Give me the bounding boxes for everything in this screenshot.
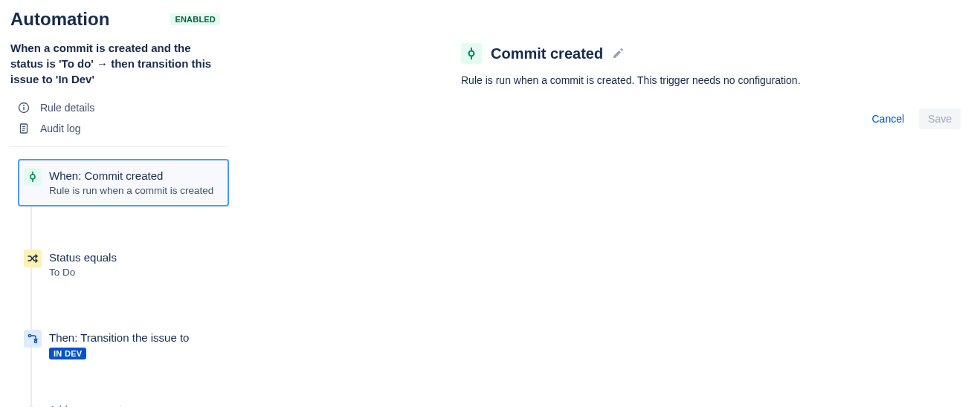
condition-title: Status equals: [49, 251, 219, 264]
add-component[interactable]: Add component: [19, 404, 228, 407]
document-icon: [18, 123, 30, 134]
shuffle-icon: [24, 250, 42, 267]
transition-icon: [24, 330, 42, 348]
add-component-label: Add component: [49, 404, 122, 407]
info-icon: [18, 102, 30, 114]
detail-panel: Commit created Rule is run when a commit…: [238, 0, 980, 407]
divider: [10, 146, 228, 147]
action-title: Then: Transition the issue to: [49, 331, 219, 344]
action-lozenge: IN DEV: [49, 348, 86, 359]
svg-rect-2: [23, 107, 24, 110]
commit-icon: [461, 43, 482, 64]
commit-icon: [24, 168, 42, 186]
rule-flow: When: Commit created Rule is run when a …: [10, 159, 228, 407]
trigger-title: When: Commit created: [49, 169, 219, 182]
condition-sub: To Do: [49, 267, 219, 278]
nav-audit-log[interactable]: Audit log: [10, 118, 228, 139]
status-badge: ENABLED: [170, 13, 220, 25]
save-button: Save: [919, 108, 961, 129]
left-sidebar: Automation ENABLED When a commit is crea…: [0, 0, 238, 407]
nav-rule-details-label: Rule details: [40, 102, 94, 114]
condition-card[interactable]: Status equals To Do: [19, 242, 228, 287]
nav-audit-log-label: Audit log: [40, 123, 80, 134]
svg-point-14: [469, 51, 474, 56]
pencil-icon[interactable]: [612, 48, 624, 59]
flow-connector: [30, 199, 32, 407]
action-card[interactable]: Then: Transition the issue to IN DEV: [19, 322, 228, 368]
page-title: Automation: [10, 9, 109, 30]
panel-description: Rule is run when a commit is created. Th…: [461, 74, 965, 86]
trigger-sub: Rule is run when a commit is created: [49, 185, 219, 196]
rule-name[interactable]: When a commit is created and the status …: [10, 40, 228, 87]
trigger-card[interactable]: When: Commit created Rule is run when a …: [18, 159, 229, 206]
svg-point-9: [30, 175, 35, 179]
cancel-button[interactable]: Cancel: [863, 108, 913, 129]
panel-title: Commit created: [491, 45, 603, 62]
nav-rule-details[interactable]: Rule details: [10, 97, 228, 118]
svg-point-1: [23, 105, 25, 106]
svg-point-10: [28, 334, 30, 336]
